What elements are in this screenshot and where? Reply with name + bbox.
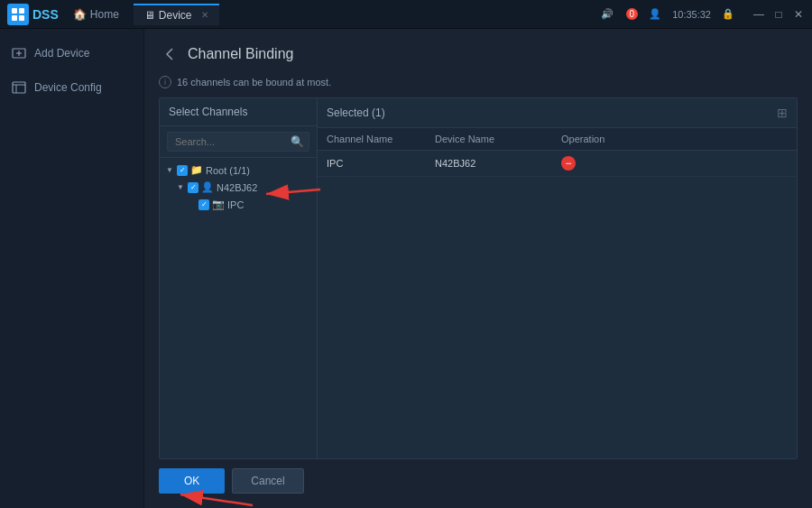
tree-checkbox-root[interactable] [177, 165, 188, 176]
lock-icon: 🔒 [722, 8, 734, 20]
cancel-button[interactable]: Cancel [232, 468, 303, 494]
tab-close-icon[interactable]: ✕ [201, 10, 208, 20]
svg-rect-1 [19, 8, 24, 14]
home-icon: 🏠 [73, 8, 87, 21]
tab-device[interactable]: 🖥 Device ✕ [134, 4, 219, 25]
tree-icon-leaf: 📷 [212, 199, 225, 210]
info-text: 16 channels can be bound at most. [177, 77, 331, 88]
tree-label-child: N42BJ62 [217, 182, 257, 193]
device-config-icon [11, 79, 27, 96]
sidebar: Add Device Device Config [0, 29, 144, 508]
tree-label-leaf: IPC [227, 199, 244, 210]
dss-logo: DSS [7, 4, 59, 25]
tab-home-label: Home [90, 8, 119, 21]
table-body: IPC N42BJ62 − [318, 151, 797, 458]
titlebar: DSS 🏠 Home 🖥 Device ✕ 🔊 0 👤 10:35:32 🔒 —… [0, 0, 812, 29]
sidebar-item-add-device[interactable]: Add Device [0, 36, 143, 70]
panels: Select Channels 🔍 ▼ 📁 Root (1/1) [159, 97, 798, 459]
close-button[interactable]: ✕ [792, 8, 805, 21]
th-device: Device Name [435, 134, 561, 144]
tree-indent-leaf: ▶ 📷 IPC [185, 196, 313, 213]
notification-badge: 0 [626, 8, 639, 20]
dss-logo-icon [7, 4, 29, 25]
dss-logo-text: DSS [32, 7, 59, 22]
left-panel-header: Select Channels [160, 98, 317, 126]
left-panel: Select Channels 🔍 ▼ 📁 Root (1/1) [160, 98, 318, 458]
tree-toggle-child[interactable]: ▼ [176, 183, 185, 192]
tree-node-root[interactable]: ▼ 📁 Root (1/1) [163, 162, 313, 179]
window-controls: — □ ✕ [752, 8, 805, 21]
minimize-button[interactable]: — [752, 8, 765, 21]
add-device-icon [11, 45, 27, 61]
right-panel-header: Selected (1) ⊞ [318, 98, 797, 128]
svg-rect-3 [19, 15, 24, 21]
sidebar-item-device-config-label: Device Config [34, 81, 102, 94]
right-panel-header-text: Selected (1) [327, 106, 385, 119]
tree-icon-child: 👤 [201, 181, 214, 193]
tree-node-leaf[interactable]: ▶ 📷 IPC [185, 196, 313, 213]
tree-indent-child: ▼ 👤 N42BJ62 ▶ 📷 IPC [174, 179, 313, 213]
sidebar-item-device-config[interactable]: Device Config [0, 70, 143, 105]
svg-rect-0 [12, 8, 17, 14]
volume-icon: 🔊 [601, 8, 614, 20]
td-channel-ipc: IPC [327, 158, 435, 169]
table-icon: ⊞ [777, 106, 788, 120]
footer: OK Cancel [159, 468, 798, 494]
tree-checkbox-child[interactable] [188, 182, 198, 193]
page-title: Channel Binding [188, 46, 293, 62]
th-operation: Operation [561, 134, 788, 144]
content-area: Channel Binding i 16 channels can be bou… [144, 29, 812, 508]
tab-home[interactable]: 🏠 Home [62, 5, 130, 24]
right-panel: Selected (1) ⊞ Channel Name Device Name … [318, 98, 797, 458]
remove-button[interactable]: − [561, 156, 576, 171]
tree-checkbox-leaf[interactable] [198, 199, 209, 210]
maximize-button[interactable]: □ [772, 8, 785, 21]
tab-device-label: Device [159, 9, 192, 22]
td-device-name: N42BJ62 [435, 158, 561, 169]
device-icon: 🖥 [144, 9, 155, 22]
th-channel: Channel Name [327, 134, 435, 144]
tree-area: ▼ 📁 Root (1/1) ▼ 👤 N42BJ62 [160, 158, 317, 458]
titlebar-right: 🔊 0 👤 10:35:32 🔒 — □ ✕ [601, 8, 805, 21]
page-header: Channel Binding [159, 43, 798, 65]
tree-node-child[interactable]: ▼ 👤 N42BJ62 [174, 179, 313, 196]
ok-button[interactable]: OK [159, 468, 225, 494]
time-display: 10:35:32 [672, 9, 711, 20]
back-button[interactable] [159, 43, 180, 65]
main-layout: Add Device Device Config Channel Binding [0, 29, 812, 508]
tree-toggle-root[interactable]: ▼ [165, 166, 174, 175]
search-box: 🔍 [160, 126, 317, 158]
svg-rect-7 [13, 82, 25, 93]
table-row: IPC N42BJ62 − [318, 151, 797, 177]
search-icon: 🔍 [291, 135, 304, 148]
user-icon: 👤 [649, 8, 661, 20]
table-header: Channel Name Device Name Operation [318, 128, 797, 151]
info-bar: i 16 channels can be bound at most. [159, 76, 798, 88]
info-icon: i [159, 76, 171, 88]
titlebar-left: DSS 🏠 Home 🖥 Device ✕ [7, 4, 219, 25]
td-operation: − [561, 156, 788, 171]
search-input[interactable] [167, 132, 309, 152]
tree-label-root: Root (1/1) [206, 165, 250, 176]
tree-icon-root: 📁 [190, 164, 203, 176]
sidebar-item-add-device-label: Add Device [34, 47, 89, 60]
svg-rect-2 [12, 15, 17, 21]
